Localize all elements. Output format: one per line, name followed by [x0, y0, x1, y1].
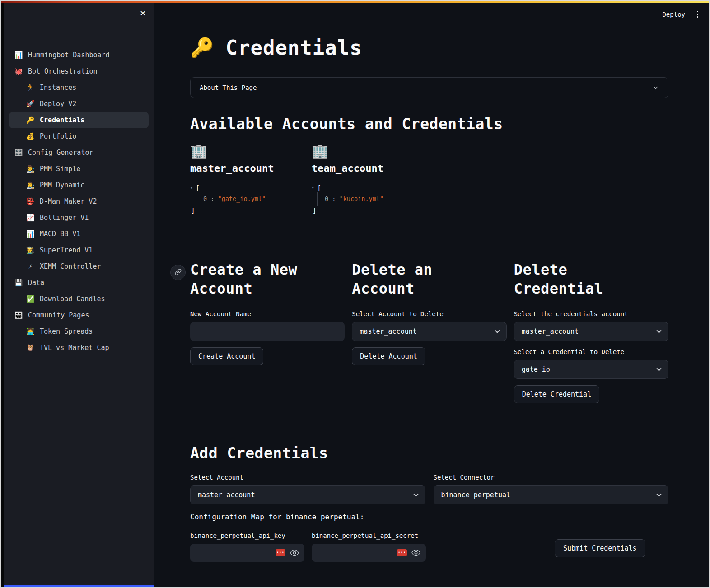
selected-value: gate_io — [522, 365, 550, 373]
credential-select[interactable]: gate_io — [514, 360, 668, 379]
sidebar-scrollbar[interactable] — [4, 585, 154, 587]
sidebar-item-dman-maker-v2[interactable]: 👺 D-Man Maker V2 — [9, 193, 149, 210]
json-close-bracket: ] — [191, 206, 304, 215]
check-mark-icon: ✅ — [25, 295, 35, 303]
json-viewer: ▼ [ 0 : "kucoin.yml" ] — [312, 184, 426, 215]
account-card-team: 🏢 team_account ▼ [ 0 : "kucoin.yml" ] — [312, 145, 426, 215]
sidebar-item-bot-orchestration[interactable]: 🐙 Bot Orchestration — [9, 63, 149, 79]
api-secret-input-wrap: ••• — [312, 544, 426, 562]
sidebar-item-label: Portfolio — [40, 132, 76, 140]
sidebar-item-label: Community Pages — [28, 311, 89, 319]
show-password-eye-icon[interactable] — [290, 550, 299, 556]
sidebar-item-pmm-simple[interactable]: 👨‍🎨 PMM Simple — [9, 161, 149, 177]
account-card-master: 🏢 master_account ▼ [ 0 : "gate_io.yml" ] — [190, 145, 304, 215]
json-entry: 0 : "kucoin.yml" — [317, 192, 426, 206]
sidebar-item-label: Download Candles — [40, 295, 105, 303]
chevron-down-icon — [413, 491, 418, 496]
json-collapse-icon[interactable]: ▼ — [190, 185, 192, 191]
accounts-row: 🏢 master_account ▼ [ 0 : "gate_io.yml" ]… — [190, 145, 668, 215]
sidebar-item-instances[interactable]: 🏃 Instances — [9, 79, 149, 96]
octopus-icon: 🐙 — [14, 67, 23, 75]
deploy-menu-button[interactable]: Deploy — [662, 11, 685, 18]
sidebar-item-label: Bot Orchestration — [28, 67, 98, 75]
selected-value: master_account — [360, 327, 416, 336]
configuration-map-text: Configuration Map for binance_perpetual: — [190, 513, 668, 521]
delete-credential-button[interactable]: Delete Credential — [514, 385, 600, 403]
add-credentials-account-select[interactable]: master_account — [190, 485, 425, 504]
sidebar-item-portfolio[interactable]: 💰 Portfolio — [9, 128, 149, 145]
sidebar-item-hummingbot-dashboard[interactable]: 📊 Hummingbot Dashboard — [9, 47, 149, 63]
api-key-input[interactable] — [196, 549, 271, 556]
accounts-section-title: Available Accounts and Credentials — [190, 115, 668, 133]
api-key-label: binance_perpetual_api_key — [190, 532, 304, 539]
sidebar-item-community-pages[interactable]: 👨‍👩‍👧‍👦 Community Pages — [9, 307, 149, 323]
select-connector-label: Select Connector — [434, 474, 669, 481]
password-manager-icon[interactable]: ••• — [397, 549, 407, 556]
json-key: 0 : — [325, 195, 336, 202]
bar-chart-icon: 📊 — [25, 230, 35, 238]
json-open-bracket: [ — [317, 184, 321, 192]
sidebar-item-credentials[interactable]: 🔑 Credentials — [9, 112, 149, 128]
api-key-input-wrap: ••• — [190, 544, 304, 562]
sidebar-item-supertrend-v1[interactable]: 👨‍🌾 SuperTrend V1 — [9, 242, 149, 258]
sidebar-item-data[interactable]: 💾 Data — [9, 275, 149, 291]
key-icon: 🔑 — [25, 116, 35, 124]
account-name: team_account — [312, 163, 426, 174]
api-key-field-group: binance_perpetual_api_key ••• — [190, 532, 304, 562]
sidebar-item-label: PMM Dynamic — [40, 181, 84, 189]
floppy-disk-icon: 💾 — [14, 279, 23, 287]
chevron-down-icon — [656, 366, 661, 371]
delete-account-title: Delete an Account — [352, 260, 492, 299]
money-bag-icon: 💰 — [25, 132, 35, 140]
credentials-account-select[interactable]: master_account — [514, 322, 668, 341]
create-account-title: Create a New Account — [190, 260, 330, 299]
sidebar-item-pmm-dynamic[interactable]: 👨‍🎨 PMM Dynamic — [9, 177, 149, 193]
password-manager-icon[interactable]: ••• — [276, 549, 285, 556]
runner-icon: 🏃 — [25, 84, 35, 92]
create-account-button[interactable]: Create Account — [190, 347, 263, 365]
show-password-eye-icon[interactable] — [411, 550, 420, 556]
sidebar-item-download-candles[interactable]: ✅ Download Candles — [9, 291, 149, 307]
sidebar-close-icon[interactable]: × — [140, 8, 146, 18]
artist-icon: 👨‍🎨 — [25, 165, 35, 173]
sidebar-item-xemm-controller[interactable]: ⚡ XEMM Controller — [9, 258, 149, 275]
sidebar-item-label: Hummingbot Dashboard — [28, 51, 110, 59]
owl-icon: 🦉 — [25, 344, 35, 352]
sidebar-item-deploy-v2[interactable]: 🚀 Deploy V2 — [9, 96, 149, 112]
anchor-link-button[interactable] — [170, 265, 186, 280]
app-window: × 📊 Hummingbot Dashboard 🐙 Bot Orchestra… — [0, 0, 710, 588]
link-icon — [175, 269, 182, 275]
sidebar-item-label: Token Spreads — [40, 327, 93, 336]
sidebar-item-macd-bb-v1[interactable]: 📊 MACD BB V1 — [9, 226, 149, 242]
sidebar-item-bollinger-v1[interactable]: 📈 Bollinger V1 — [9, 210, 149, 226]
connector-select[interactable]: binance_perpetual — [434, 485, 669, 504]
chart-up-icon: 📈 — [25, 214, 35, 222]
selected-value: binance_perpetual — [441, 491, 511, 499]
json-close-bracket: ] — [313, 206, 426, 215]
delete-account-button[interactable]: Delete Account — [352, 347, 425, 365]
sidebar: × 📊 Hummingbot Dashboard 🐙 Bot Orchestra… — [4, 1, 154, 587]
json-entry: 0 : "gate_io.yml" — [196, 192, 304, 206]
sidebar-item-label: SuperTrend V1 — [40, 246, 93, 254]
api-secret-input[interactable] — [317, 549, 392, 556]
chevron-down-icon — [656, 491, 661, 496]
red-mask-icon: 👺 — [25, 197, 35, 205]
account-actions-section: Create a New Account New Account Name Cr… — [190, 260, 668, 403]
add-credentials-selects-row: Select Account master_account Select Con… — [190, 474, 668, 504]
kebab-menu-icon[interactable] — [695, 9, 700, 19]
json-value: "kucoin.yml" — [340, 195, 384, 202]
key-icon: 🔑 — [190, 37, 214, 59]
submit-credentials-button[interactable]: Submit Credentials — [555, 539, 645, 557]
create-account-column: Create a New Account New Account Name Cr… — [190, 260, 345, 403]
chevron-down-icon — [656, 328, 661, 333]
about-this-page-expander[interactable]: About This Page — [190, 77, 668, 98]
decoration-gradient-bar — [1, 1, 709, 3]
sidebar-item-config-generator[interactable]: 🎛️ Config Generator — [9, 145, 149, 161]
json-collapse-icon[interactable]: ▼ — [312, 185, 314, 191]
delete-account-select[interactable]: master_account — [352, 322, 506, 341]
sidebar-item-label: MACD BB V1 — [40, 230, 80, 238]
sidebar-item-tvl-vs-market-cap[interactable]: 🦉 TVL vs Market Cap — [9, 340, 149, 356]
credentials-account-select-label: Select the credentials account — [514, 310, 668, 317]
new-account-name-input[interactable] — [190, 322, 345, 341]
sidebar-item-token-spreads[interactable]: 🧑‍💻 Token Spreads — [9, 323, 149, 340]
